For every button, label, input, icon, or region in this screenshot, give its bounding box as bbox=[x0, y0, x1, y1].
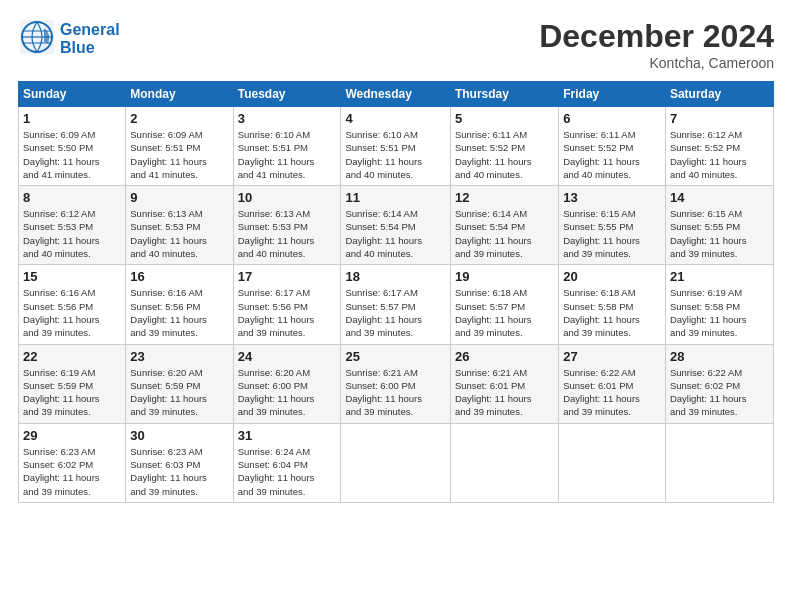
calendar-cell: 31Sunrise: 6:24 AMSunset: 6:04 PMDayligh… bbox=[233, 423, 341, 502]
header-friday: Friday bbox=[559, 82, 666, 107]
calendar-cell: 30Sunrise: 6:23 AMSunset: 6:03 PMDayligh… bbox=[126, 423, 233, 502]
day-info: Sunrise: 6:12 AMSunset: 5:53 PMDaylight:… bbox=[23, 207, 121, 260]
calendar-cell: 19Sunrise: 6:18 AMSunset: 5:57 PMDayligh… bbox=[450, 265, 558, 344]
location: Kontcha, Cameroon bbox=[539, 55, 774, 71]
calendar-cell: 11Sunrise: 6:14 AMSunset: 5:54 PMDayligh… bbox=[341, 186, 450, 265]
header-thursday: Thursday bbox=[450, 82, 558, 107]
calendar-cell: 1Sunrise: 6:09 AMSunset: 5:50 PMDaylight… bbox=[19, 107, 126, 186]
calendar-cell: 26Sunrise: 6:21 AMSunset: 6:01 PMDayligh… bbox=[450, 344, 558, 423]
calendar-cell: 23Sunrise: 6:20 AMSunset: 5:59 PMDayligh… bbox=[126, 344, 233, 423]
day-number: 9 bbox=[130, 190, 228, 205]
calendar-cell bbox=[341, 423, 450, 502]
calendar-cell: 12Sunrise: 6:14 AMSunset: 5:54 PMDayligh… bbox=[450, 186, 558, 265]
page: General Blue December 2024 Kontcha, Came… bbox=[0, 0, 792, 612]
logo-icon bbox=[18, 18, 56, 56]
calendar-cell: 15Sunrise: 6:16 AMSunset: 5:56 PMDayligh… bbox=[19, 265, 126, 344]
day-info: Sunrise: 6:12 AMSunset: 5:52 PMDaylight:… bbox=[670, 128, 769, 181]
calendar-cell: 24Sunrise: 6:20 AMSunset: 6:00 PMDayligh… bbox=[233, 344, 341, 423]
header-tuesday: Tuesday bbox=[233, 82, 341, 107]
day-info: Sunrise: 6:11 AMSunset: 5:52 PMDaylight:… bbox=[455, 128, 554, 181]
day-info: Sunrise: 6:17 AMSunset: 5:57 PMDaylight:… bbox=[345, 286, 445, 339]
day-number: 23 bbox=[130, 349, 228, 364]
day-number: 4 bbox=[345, 111, 445, 126]
week-row-5: 29Sunrise: 6:23 AMSunset: 6:02 PMDayligh… bbox=[19, 423, 774, 502]
day-info: Sunrise: 6:16 AMSunset: 5:56 PMDaylight:… bbox=[23, 286, 121, 339]
logo: General Blue bbox=[18, 18, 120, 60]
day-info: Sunrise: 6:18 AMSunset: 5:58 PMDaylight:… bbox=[563, 286, 661, 339]
calendar-cell: 7Sunrise: 6:12 AMSunset: 5:52 PMDaylight… bbox=[665, 107, 773, 186]
day-info: Sunrise: 6:18 AMSunset: 5:57 PMDaylight:… bbox=[455, 286, 554, 339]
day-number: 16 bbox=[130, 269, 228, 284]
day-info: Sunrise: 6:20 AMSunset: 6:00 PMDaylight:… bbox=[238, 366, 337, 419]
month-title: December 2024 bbox=[539, 18, 774, 55]
calendar-cell bbox=[665, 423, 773, 502]
day-number: 7 bbox=[670, 111, 769, 126]
day-number: 3 bbox=[238, 111, 337, 126]
calendar-cell: 17Sunrise: 6:17 AMSunset: 5:56 PMDayligh… bbox=[233, 265, 341, 344]
day-number: 18 bbox=[345, 269, 445, 284]
day-number: 10 bbox=[238, 190, 337, 205]
day-info: Sunrise: 6:23 AMSunset: 6:02 PMDaylight:… bbox=[23, 445, 121, 498]
day-number: 20 bbox=[563, 269, 661, 284]
calendar-cell: 29Sunrise: 6:23 AMSunset: 6:02 PMDayligh… bbox=[19, 423, 126, 502]
day-number: 12 bbox=[455, 190, 554, 205]
day-number: 22 bbox=[23, 349, 121, 364]
day-number: 31 bbox=[238, 428, 337, 443]
day-info: Sunrise: 6:24 AMSunset: 6:04 PMDaylight:… bbox=[238, 445, 337, 498]
day-info: Sunrise: 6:13 AMSunset: 5:53 PMDaylight:… bbox=[130, 207, 228, 260]
day-info: Sunrise: 6:20 AMSunset: 5:59 PMDaylight:… bbox=[130, 366, 228, 419]
calendar-cell: 2Sunrise: 6:09 AMSunset: 5:51 PMDaylight… bbox=[126, 107, 233, 186]
day-info: Sunrise: 6:16 AMSunset: 5:56 PMDaylight:… bbox=[130, 286, 228, 339]
day-number: 6 bbox=[563, 111, 661, 126]
day-number: 13 bbox=[563, 190, 661, 205]
day-number: 2 bbox=[130, 111, 228, 126]
day-info: Sunrise: 6:21 AMSunset: 6:01 PMDaylight:… bbox=[455, 366, 554, 419]
day-number: 11 bbox=[345, 190, 445, 205]
calendar-cell: 10Sunrise: 6:13 AMSunset: 5:53 PMDayligh… bbox=[233, 186, 341, 265]
calendar-cell: 21Sunrise: 6:19 AMSunset: 5:58 PMDayligh… bbox=[665, 265, 773, 344]
day-info: Sunrise: 6:14 AMSunset: 5:54 PMDaylight:… bbox=[345, 207, 445, 260]
day-number: 27 bbox=[563, 349, 661, 364]
calendar-cell bbox=[450, 423, 558, 502]
calendar: Sunday Monday Tuesday Wednesday Thursday… bbox=[18, 81, 774, 503]
calendar-cell: 4Sunrise: 6:10 AMSunset: 5:51 PMDaylight… bbox=[341, 107, 450, 186]
calendar-cell: 14Sunrise: 6:15 AMSunset: 5:55 PMDayligh… bbox=[665, 186, 773, 265]
calendar-cell: 9Sunrise: 6:13 AMSunset: 5:53 PMDaylight… bbox=[126, 186, 233, 265]
calendar-cell: 13Sunrise: 6:15 AMSunset: 5:55 PMDayligh… bbox=[559, 186, 666, 265]
day-info: Sunrise: 6:10 AMSunset: 5:51 PMDaylight:… bbox=[238, 128, 337, 181]
day-info: Sunrise: 6:09 AMSunset: 5:50 PMDaylight:… bbox=[23, 128, 121, 181]
day-info: Sunrise: 6:15 AMSunset: 5:55 PMDaylight:… bbox=[670, 207, 769, 260]
week-row-2: 8Sunrise: 6:12 AMSunset: 5:53 PMDaylight… bbox=[19, 186, 774, 265]
day-info: Sunrise: 6:17 AMSunset: 5:56 PMDaylight:… bbox=[238, 286, 337, 339]
logo-line2: Blue bbox=[60, 39, 120, 57]
day-number: 1 bbox=[23, 111, 121, 126]
calendar-cell: 22Sunrise: 6:19 AMSunset: 5:59 PMDayligh… bbox=[19, 344, 126, 423]
week-row-1: 1Sunrise: 6:09 AMSunset: 5:50 PMDaylight… bbox=[19, 107, 774, 186]
calendar-cell: 25Sunrise: 6:21 AMSunset: 6:00 PMDayligh… bbox=[341, 344, 450, 423]
header-sunday: Sunday bbox=[19, 82, 126, 107]
week-row-4: 22Sunrise: 6:19 AMSunset: 5:59 PMDayligh… bbox=[19, 344, 774, 423]
day-number: 30 bbox=[130, 428, 228, 443]
calendar-cell: 5Sunrise: 6:11 AMSunset: 5:52 PMDaylight… bbox=[450, 107, 558, 186]
day-number: 24 bbox=[238, 349, 337, 364]
day-info: Sunrise: 6:14 AMSunset: 5:54 PMDaylight:… bbox=[455, 207, 554, 260]
title-block: December 2024 Kontcha, Cameroon bbox=[539, 18, 774, 71]
day-number: 25 bbox=[345, 349, 445, 364]
calendar-cell: 27Sunrise: 6:22 AMSunset: 6:01 PMDayligh… bbox=[559, 344, 666, 423]
day-info: Sunrise: 6:22 AMSunset: 6:01 PMDaylight:… bbox=[563, 366, 661, 419]
day-info: Sunrise: 6:10 AMSunset: 5:51 PMDaylight:… bbox=[345, 128, 445, 181]
day-info: Sunrise: 6:15 AMSunset: 5:55 PMDaylight:… bbox=[563, 207, 661, 260]
day-number: 21 bbox=[670, 269, 769, 284]
day-number: 15 bbox=[23, 269, 121, 284]
calendar-cell: 18Sunrise: 6:17 AMSunset: 5:57 PMDayligh… bbox=[341, 265, 450, 344]
day-number: 5 bbox=[455, 111, 554, 126]
weekday-header-row: Sunday Monday Tuesday Wednesday Thursday… bbox=[19, 82, 774, 107]
day-info: Sunrise: 6:19 AMSunset: 5:58 PMDaylight:… bbox=[670, 286, 769, 339]
calendar-cell: 3Sunrise: 6:10 AMSunset: 5:51 PMDaylight… bbox=[233, 107, 341, 186]
calendar-cell: 6Sunrise: 6:11 AMSunset: 5:52 PMDaylight… bbox=[559, 107, 666, 186]
header-wednesday: Wednesday bbox=[341, 82, 450, 107]
week-row-3: 15Sunrise: 6:16 AMSunset: 5:56 PMDayligh… bbox=[19, 265, 774, 344]
calendar-cell: 20Sunrise: 6:18 AMSunset: 5:58 PMDayligh… bbox=[559, 265, 666, 344]
day-number: 19 bbox=[455, 269, 554, 284]
day-info: Sunrise: 6:09 AMSunset: 5:51 PMDaylight:… bbox=[130, 128, 228, 181]
